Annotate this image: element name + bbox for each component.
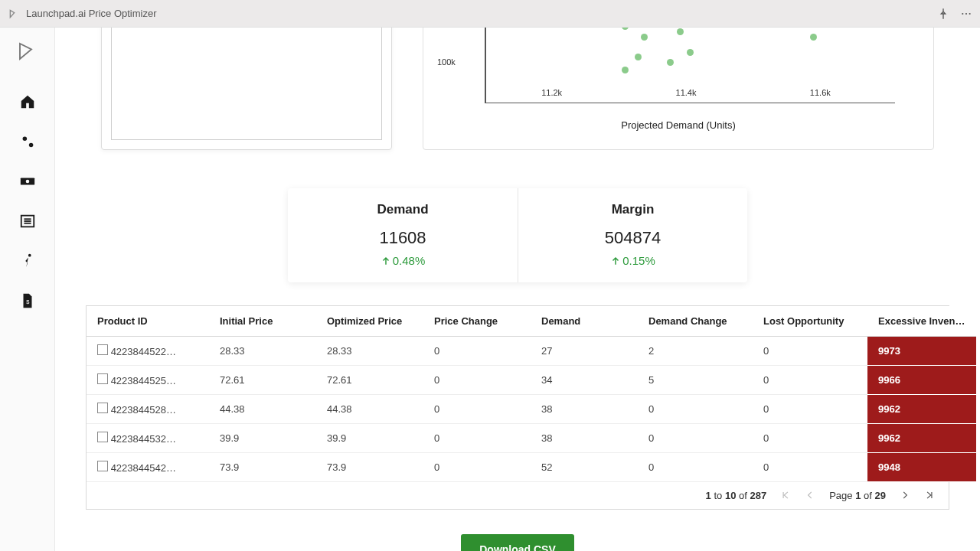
- cell-lost-opportunity: 0: [753, 452, 867, 481]
- table-row[interactable]: 4223844528…44.3844.38038009962: [87, 394, 976, 423]
- row-checkbox[interactable]: [97, 432, 108, 442]
- cell-demand-change: 0: [638, 394, 753, 423]
- first-page-icon[interactable]: [780, 490, 791, 500]
- delta-text: 0.48%: [393, 254, 426, 267]
- cell-product-id: 4223844532…: [111, 433, 176, 445]
- money-icon[interactable]: [19, 173, 36, 190]
- cell-demand-change: 5: [638, 365, 753, 394]
- cell-initial-price: 72.61: [209, 365, 316, 394]
- demand-metric: Demand 11608 0.48%: [288, 188, 518, 282]
- scatter-y-label: Proj: [426, 28, 436, 28]
- cell-demand-change: 2: [638, 336, 753, 365]
- col-lost-opportunity[interactable]: Lost Opportunity: [753, 306, 867, 337]
- svg-text:$: $: [26, 298, 29, 305]
- scatter-dot: [641, 34, 648, 41]
- page-indicator: Page 1 of 29: [829, 490, 886, 501]
- svg-point-3: [22, 137, 26, 142]
- table-row[interactable]: 4223844525…72.6172.61034509966: [87, 365, 976, 394]
- running-icon[interactable]: [19, 253, 36, 269]
- col-price-change[interactable]: Price Change: [423, 306, 531, 337]
- next-page-icon[interactable]: [900, 490, 910, 500]
- cell-optimized-price: 39.9: [316, 423, 423, 452]
- arrow-up-icon: [610, 256, 621, 266]
- cell-lost-opportunity: 0: [753, 365, 867, 394]
- row-checkbox[interactable]: [97, 344, 108, 355]
- col-initial-price[interactable]: Initial Price: [209, 306, 316, 337]
- download-csv-button[interactable]: Download CSV: [461, 534, 574, 552]
- scatter-x-ticks: 11.2k 11.4k 11.6k: [485, 88, 887, 103]
- more-icon[interactable]: [960, 8, 972, 20]
- cell-demand: 52: [531, 452, 638, 481]
- cell-demand-change: 0: [638, 452, 753, 481]
- scatter-dot: [687, 49, 694, 56]
- col-demand-change[interactable]: Demand Change: [638, 306, 753, 337]
- pagination-bar: 1 to 10 of 287 Page 1 of 29: [87, 482, 949, 509]
- x-tick: 11.6k: [810, 88, 831, 103]
- invoice-icon[interactable]: $: [19, 292, 36, 309]
- metric-delta: 0.15%: [610, 254, 655, 267]
- table-header-row: Product ID Initial Price Optimized Price…: [87, 306, 976, 337]
- cell-lost-opportunity: 0: [753, 394, 867, 423]
- svg-point-11: [28, 254, 31, 257]
- brand-logo-icon: [16, 40, 39, 63]
- cell-demand: 34: [531, 365, 638, 394]
- svg-point-0: [962, 12, 963, 14]
- metric-value: 11608: [303, 228, 502, 248]
- metric-title: Demand: [303, 202, 502, 217]
- delta-text: 0.15%: [622, 254, 655, 267]
- scatter-dot: [677, 28, 684, 35]
- x-tick: 11.2k: [541, 88, 562, 103]
- cell-demand: 38: [531, 423, 638, 452]
- col-excessive-inventory[interactable]: Excessive Inven…: [867, 306, 976, 337]
- prev-page-icon[interactable]: [805, 490, 815, 500]
- scatter-dot: [622, 28, 629, 30]
- cell-optimized-price: 44.38: [316, 394, 423, 423]
- cell-demand: 38: [531, 394, 638, 423]
- cell-optimized-price: 73.9: [316, 452, 423, 481]
- col-demand[interactable]: Demand: [531, 306, 638, 337]
- scatter-y-tick: 100k: [437, 57, 456, 67]
- col-optimized-price[interactable]: Optimized Price: [316, 306, 423, 337]
- cell-excessive-inventory: 9973: [867, 336, 976, 365]
- cell-optimized-price: 28.33: [316, 336, 423, 365]
- svg-point-2: [969, 12, 971, 14]
- row-checkbox[interactable]: [97, 461, 108, 471]
- last-page-icon[interactable]: [924, 490, 935, 500]
- cell-initial-price: 28.33: [209, 336, 316, 365]
- left-panel: [101, 28, 392, 150]
- cell-demand: 27: [531, 336, 638, 365]
- table-row[interactable]: 4223844522…28.3328.33027209973: [87, 336, 976, 365]
- product-table: Product ID Initial Price Optimized Price…: [86, 305, 949, 510]
- metrics-row: Demand 11608 0.48% Margin 504874 0.15%: [55, 188, 980, 282]
- cell-price-change: 0: [423, 452, 531, 481]
- scatter-dot: [622, 67, 629, 73]
- row-range: 1 to 10 of 287: [706, 490, 767, 501]
- app-logo-icon: [8, 8, 20, 20]
- scatter-dot: [667, 59, 674, 66]
- row-checkbox[interactable]: [97, 373, 108, 384]
- scatter-x-label: Projected Demand (Units): [423, 119, 933, 131]
- pin-icon[interactable]: [937, 8, 949, 20]
- metric-title: Margin: [534, 202, 732, 217]
- row-checkbox[interactable]: [97, 403, 108, 413]
- cell-excessive-inventory: 9962: [867, 423, 976, 452]
- margin-metric: Margin 504874 0.15%: [518, 188, 747, 282]
- svg-point-1: [965, 12, 967, 14]
- table-row[interactable]: 4223844542…73.973.9052009948: [87, 452, 976, 481]
- titlebar: Launchpad.ai Price Optimizer: [0, 0, 980, 28]
- gears-icon[interactable]: [19, 133, 36, 150]
- cell-optimized-price: 72.61: [316, 365, 423, 394]
- home-icon[interactable]: [19, 93, 36, 110]
- table-row[interactable]: 4223844532…39.939.9038009962: [87, 423, 976, 452]
- scatter-dot: [635, 54, 642, 60]
- cell-price-change: 0: [423, 394, 531, 423]
- list-icon[interactable]: [19, 213, 36, 230]
- cell-excessive-inventory: 9966: [867, 365, 976, 394]
- col-product-id[interactable]: Product ID: [87, 306, 209, 337]
- cell-price-change: 0: [423, 336, 531, 365]
- cell-product-id: 4223844522…: [111, 346, 176, 357]
- cell-product-id: 4223844525…: [111, 375, 176, 386]
- metric-value: 504874: [534, 228, 732, 248]
- cell-lost-opportunity: 0: [753, 336, 867, 365]
- sidebar: $: [0, 28, 55, 551]
